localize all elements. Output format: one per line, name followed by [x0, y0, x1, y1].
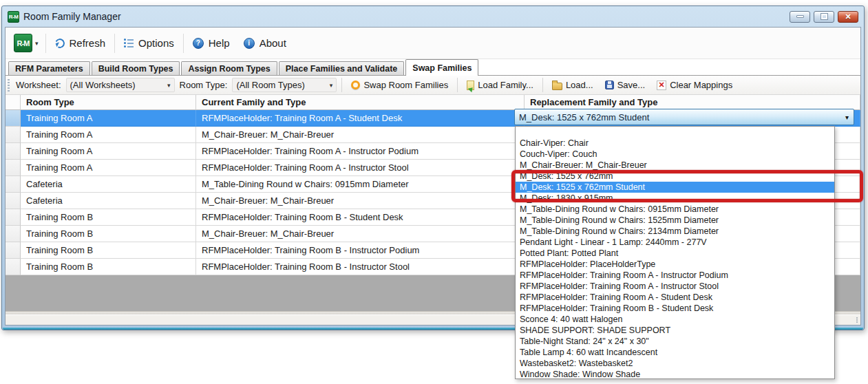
minimize-icon: [796, 15, 804, 18]
dropdown-option-label: M_Desk: 1830 x 915mm: [520, 193, 613, 203]
tab-strip: RFM ParametersBuild Room TypesAssign Roo…: [6, 59, 860, 76]
room-type-cell: Training Room B: [21, 226, 196, 242]
dropdown-option[interactable]: Couch-Viper: Couch: [516, 149, 834, 160]
info-icon: i: [244, 38, 255, 49]
room-type-cell: Cafeteria: [21, 176, 196, 193]
dropdown-option[interactable]: M_Desk: 1525 x 762mm Student: [516, 182, 834, 193]
dropdown-option[interactable]: SHADE SUPPORT: SHADE SUPPORT: [516, 325, 834, 336]
row-selector-cell[interactable]: [6, 259, 21, 275]
column-header-room-type[interactable]: Room Type: [21, 95, 196, 110]
row-selector-cell[interactable]: [6, 110, 21, 127]
room-type-cell: Cafeteria: [21, 193, 196, 209]
dropdown-option-label: M_Chair-Breuer: M_Chair-Breuer: [520, 160, 647, 170]
tab-label: RFM Parameters: [15, 64, 83, 74]
load-button[interactable]: Load...: [548, 77, 597, 93]
dropdown-option[interactable]: Window Shade: Window Shade: [516, 369, 834, 379]
dropdown-option[interactable]: Wastebasket2: Wastebasket2: [516, 358, 834, 369]
room-type-dropdown[interactable]: (All Room Types) ▾: [232, 78, 337, 92]
dropdown-option[interactable]: RFMPlaceHolder: Training Room A - Studen…: [516, 292, 834, 303]
worksheet-label: Worksheet:: [14, 80, 63, 90]
chevron-down-icon: ▾: [330, 82, 333, 89]
dropdown-option[interactable]: M_Desk: 1525 x 762mm: [516, 171, 834, 182]
worksheet-value: (All Worksheets): [70, 80, 136, 90]
minimize-button[interactable]: [790, 11, 810, 23]
options-button[interactable]: Options: [119, 34, 179, 52]
current-family-cell: RFMPlaceHolder: Training Room A - Instru…: [196, 160, 525, 176]
tab[interactable]: RFM Parameters: [8, 61, 90, 76]
row-selector-cell[interactable]: [6, 242, 21, 259]
close-button[interactable]: ✕: [838, 11, 858, 23]
current-family-cell: RFMPlaceHolder: Training Room A - Studen…: [196, 110, 525, 127]
maximize-button[interactable]: [814, 11, 834, 23]
resize-grip[interactable]: [856, 317, 858, 323]
room-type-cell: Training Room B: [21, 209, 196, 226]
refresh-button[interactable]: Refresh: [50, 34, 111, 52]
dropdown-option[interactable]: RFMPlaceHolder: PlaceHolderType: [516, 259, 834, 270]
dropdown-option[interactable]: M_Desk: 1830 x 915mm: [516, 193, 834, 204]
dropdown-option[interactable]: [516, 127, 834, 138]
save-button[interactable]: Save...: [601, 77, 649, 93]
current-family-cell: M_Chair-Breuer: M_Chair-Breuer: [196, 193, 525, 209]
dropdown-option[interactable]: Sconce 4: 40 watt Halogen: [516, 314, 834, 325]
tab-label: Swap Families: [412, 63, 472, 73]
swap-room-families-button[interactable]: Swap Room Families: [347, 77, 452, 93]
dropdown-option[interactable]: Table-Night Stand: 24" x 24" x 30": [516, 336, 834, 347]
toolbar-separator: [45, 34, 46, 53]
dropdown-option[interactable]: RFMPlaceHolder: Training Room A - Instru…: [516, 281, 834, 292]
dropdown-option-label: Window Shade: Window Shade: [520, 370, 640, 379]
column-header-replacement-family[interactable]: Replacement Family and Type: [525, 95, 860, 110]
row-selector-cell[interactable]: [6, 143, 21, 160]
app-menu-button[interactable]: R-M ▾: [11, 32, 41, 54]
load-label: Load...: [566, 80, 593, 90]
dropdown-option[interactable]: M_Table-Dining Round w Chairs: 1525mm Di…: [516, 215, 834, 226]
dropdown-option[interactable]: RFMPlaceHolder: Training Room A - Instru…: [516, 270, 834, 281]
tab[interactable]: Swap Families: [405, 59, 478, 76]
current-family-cell: M_Chair-Breuer: M_Chair-Breuer: [196, 127, 525, 143]
current-family-cell: RFMPlaceHolder: Training Room B - Instru…: [196, 242, 525, 259]
current-family-cell: RFMPlaceHolder: Training Room A - Instru…: [196, 143, 525, 160]
room-type-cell: Training Room A: [21, 127, 196, 143]
toolbar-grip-handle[interactable]: [8, 79, 10, 92]
tab[interactable]: Place Families and Validate: [279, 61, 405, 76]
about-label: About: [260, 37, 286, 49]
dropdown-option[interactable]: Table Lamp 4: 60 watt Incandescent: [516, 347, 834, 358]
dropdown-option[interactable]: RFMPlaceHolder: Training Room B - Studen…: [516, 303, 834, 314]
titlebar[interactable]: R-M Room Family Manager ✕: [2, 6, 864, 27]
row-selector-cell[interactable]: [6, 193, 21, 209]
open-folder-icon: [552, 83, 562, 90]
row-selector-cell[interactable]: [6, 209, 21, 226]
dropdown-option-label: M_Desk: 1525 x 762mm: [520, 171, 613, 181]
load-family-button[interactable]: Load Family...: [463, 77, 538, 93]
dropdown-option[interactable]: Potted Plant: Potted Plant: [516, 248, 834, 259]
dropdown-option[interactable]: M_Table-Dining Round w Chairs: 0915mm Di…: [516, 204, 834, 215]
tab-label: Assign Room Types: [188, 64, 270, 74]
tab[interactable]: Build Room Types: [92, 61, 180, 76]
row-selector-cell[interactable]: [6, 127, 21, 143]
clear-mappings-button[interactable]: ✕ Clear Mappings: [653, 77, 737, 93]
help-icon: ?: [193, 38, 204, 49]
dropdown-option[interactable]: M_Chair-Breuer: M_Chair-Breuer: [516, 160, 834, 171]
worksheet-dropdown[interactable]: (All Worksheets) ▾: [66, 78, 175, 92]
screenshot-stage: R-M Room Family Manager ✕ R-M ▾ Refresh: [0, 0, 868, 384]
row-selector-cell[interactable]: [6, 176, 21, 193]
row-selector-cell[interactable]: [6, 226, 21, 242]
row-selector-cell[interactable]: [6, 160, 21, 176]
dropdown-option[interactable]: Pendant Light - Linear - 1 Lamp: 2440mm …: [516, 237, 834, 248]
clear-x-icon: ✕: [657, 81, 666, 90]
tab-label: Place Families and Validate: [286, 64, 398, 74]
dropdown-option-label: RFMPlaceHolder: Training Room B - Studen…: [520, 303, 713, 313]
help-button[interactable]: ? Help: [188, 34, 235, 52]
tab[interactable]: Assign Room Types: [181, 61, 277, 76]
rfm-logo-icon: R-M: [14, 34, 32, 52]
replacement-combobox[interactable]: M_Desk: 1525 x 762mm Student ▾: [514, 109, 854, 125]
toolbar-separator: [457, 78, 458, 92]
current-family-cell: M_Chair-Breuer: M_Chair-Breuer: [196, 226, 525, 242]
dropdown-option[interactable]: Chair-Viper: Chair: [516, 138, 834, 149]
dropdown-option-label: M_Table-Dining Round w Chairs: 1525mm Di…: [520, 215, 719, 225]
dropdown-option-label: Wastebasket2: Wastebasket2: [520, 359, 633, 368]
save-label: Save...: [617, 80, 645, 90]
dropdown-option[interactable]: M_Table-Dining Round w Chairs: 2134mm Di…: [516, 226, 834, 237]
refresh-icon: [54, 37, 66, 50]
about-button[interactable]: i About: [239, 34, 291, 52]
column-header-current-family[interactable]: Current Family and Type: [196, 95, 525, 110]
